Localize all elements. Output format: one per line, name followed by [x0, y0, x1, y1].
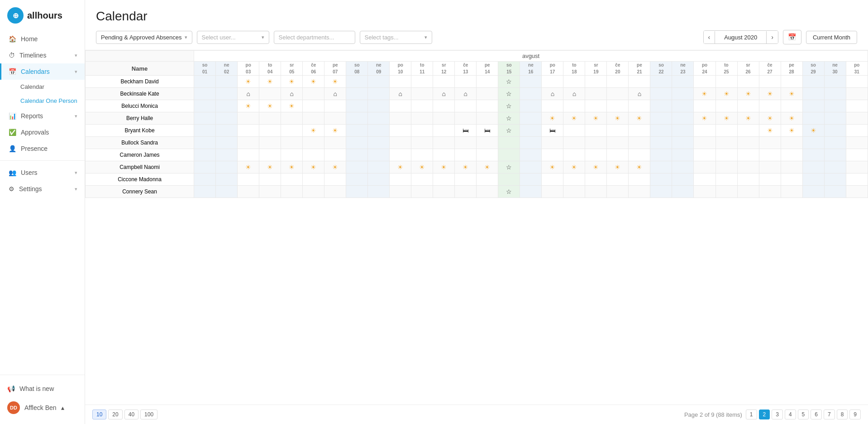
- sun-icon: ☀: [332, 78, 338, 85]
- calendar-cell: [216, 112, 238, 125]
- calendar-cell: [194, 186, 216, 198]
- page-number-button[interactable]: 2: [759, 410, 770, 419]
- user-profile-item[interactable]: DD Affleck Ben ▴: [7, 397, 77, 419]
- calendar-cell: ☀: [477, 161, 498, 173]
- page-size-button[interactable]: 10: [92, 410, 106, 419]
- calendar-cell: [368, 125, 390, 137]
- calendar-cell: [737, 186, 759, 198]
- calendar-cell: [542, 173, 563, 186]
- calendar-cell: [194, 112, 216, 125]
- page-number-button[interactable]: 3: [772, 410, 783, 419]
- calendar-cell: ☀: [781, 112, 802, 125]
- calendar-cell: [324, 149, 346, 161]
- filter-dropdown[interactable]: Pending & Approved Absences ▾: [96, 31, 192, 44]
- toolbar: Pending & Approved Absences ▾ Select use…: [96, 30, 857, 44]
- sun-icon: ☀: [463, 164, 468, 171]
- calendar-cell: [715, 173, 737, 186]
- sidebar-item-users[interactable]: 👥 Users ▾: [0, 164, 85, 181]
- page-number-button[interactable]: 8: [837, 410, 848, 419]
- calendar-cell: [433, 186, 455, 198]
- sidebar-item-approvals[interactable]: ✅ Approvals: [0, 124, 85, 140]
- next-month-button[interactable]: ›: [767, 31, 778, 43]
- chevron-up-icon: ▴: [61, 404, 64, 411]
- calendar-cell: [650, 112, 672, 125]
- sidebar-sub-calendar[interactable]: Calendar: [0, 80, 85, 94]
- calendar-cell: [802, 100, 824, 112]
- calendar-cell: [303, 137, 324, 149]
- tags-select[interactable]: Select tags... ▾: [360, 31, 432, 44]
- calendar-cell: [629, 125, 650, 137]
- calendar-cell: [303, 173, 324, 186]
- prev-month-button[interactable]: ‹: [704, 31, 715, 43]
- calendar-cell: [715, 161, 737, 173]
- calendar-cell: [650, 186, 672, 198]
- calendar-cell: [737, 125, 759, 137]
- home-icon: 🏠: [9, 35, 16, 43]
- calendar-cell: [607, 125, 629, 137]
- calendar-cell: [368, 186, 390, 198]
- page-size-button[interactable]: 40: [124, 410, 138, 419]
- calendar-cell: [650, 100, 672, 112]
- sun-icon: ☀: [789, 115, 795, 122]
- page-number-button[interactable]: 7: [824, 410, 835, 419]
- calendar-cell: [259, 149, 281, 161]
- sidebar-item-timelines[interactable]: ⏱ Timelines ▾: [0, 47, 85, 63]
- user-avatar: DD: [7, 401, 20, 414]
- sidebar-item-calendars[interactable]: 📅 Calendars ▾: [0, 63, 85, 80]
- calendar-cell: [259, 186, 281, 198]
- home-icon: ⌂: [551, 90, 554, 97]
- calendar-cell: ⌂: [390, 88, 411, 100]
- calendar-cell: [802, 161, 824, 173]
- whats-new-item[interactable]: 📢 What is new: [7, 381, 77, 397]
- calendar-cell: [324, 137, 346, 149]
- chevron-down-icon: ▾: [75, 69, 77, 75]
- table-row: Connery Sean☆: [86, 186, 868, 198]
- sun-icon: ☀: [811, 127, 816, 134]
- person-name: Beckham David: [86, 76, 194, 88]
- calendar-cell: [303, 149, 324, 161]
- calendar-cell: [281, 125, 303, 137]
- calendar-cell: [737, 137, 759, 149]
- calendar-cell: [477, 173, 498, 186]
- calendar-cell: [542, 100, 563, 112]
- sidebar-item-settings[interactable]: ⚙ Settings ▾: [0, 181, 85, 197]
- current-month-button[interactable]: Current Month: [806, 31, 857, 44]
- sun-orange-icon: ☀: [245, 102, 251, 110]
- calendar-cell: [672, 125, 694, 137]
- calendar-cell: [694, 173, 715, 186]
- logo-icon: ⊕: [7, 7, 24, 24]
- page-number-button[interactable]: 4: [785, 410, 796, 419]
- page-number-button[interactable]: 6: [811, 410, 822, 419]
- calendar-cell: ⌂: [542, 88, 563, 100]
- sidebar-sub-calendar-one-person[interactable]: Calendar One Person: [0, 94, 85, 108]
- sidebar-item-presence[interactable]: 👤 Presence: [0, 140, 85, 157]
- calendar-icon-button[interactable]: 📅: [783, 30, 801, 44]
- page-number-button[interactable]: 9: [849, 410, 861, 419]
- calendar-cell: [477, 88, 498, 100]
- sun-icon: ☀: [245, 78, 251, 85]
- calendar-cell: [737, 149, 759, 161]
- calendar-cell: ☆: [498, 88, 520, 100]
- person-name: Berry Halle: [86, 112, 194, 125]
- calendar-cell: [216, 149, 238, 161]
- calendar-cell: [846, 186, 868, 198]
- sidebar-item-home[interactable]: 🏠 Home: [0, 31, 85, 47]
- dept-select[interactable]: Select departments...: [274, 31, 355, 44]
- calendar-cell: ☀: [238, 76, 259, 88]
- approvals-icon: ✅: [9, 129, 16, 136]
- calendar-cell: [737, 161, 759, 173]
- calendar-cell: [846, 161, 868, 173]
- page-size-button[interactable]: 20: [108, 410, 122, 419]
- calendar-cell: ☀: [737, 112, 759, 125]
- user-select[interactable]: Select user... ▾: [197, 31, 269, 44]
- calendar-cell: [737, 76, 759, 88]
- calendar-cell: [542, 149, 563, 161]
- page-size-button[interactable]: 100: [140, 410, 157, 419]
- page-number-button[interactable]: 1: [746, 410, 757, 419]
- page-number-button[interactable]: 5: [798, 410, 809, 419]
- calendar-cell: [390, 125, 411, 137]
- sun-icon: ☀: [767, 127, 773, 134]
- person-name: Ciccone Madonna: [86, 173, 194, 186]
- sidebar-item-reports[interactable]: 📊 Reports ▾: [0, 108, 85, 124]
- calendar-cell: [824, 149, 846, 161]
